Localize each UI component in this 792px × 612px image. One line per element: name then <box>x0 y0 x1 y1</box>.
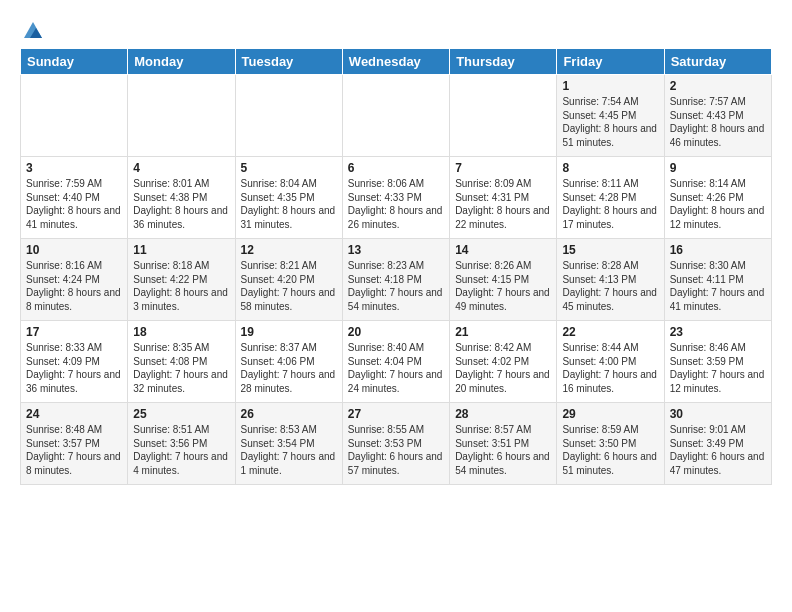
day-number: 27 <box>348 407 444 421</box>
day-info: Sunrise: 8:42 AM Sunset: 4:02 PM Dayligh… <box>455 341 551 395</box>
calendar-cell: 1Sunrise: 7:54 AM Sunset: 4:45 PM Daylig… <box>557 75 664 157</box>
calendar-cell <box>235 75 342 157</box>
day-number: 22 <box>562 325 658 339</box>
calendar-cell: 25Sunrise: 8:51 AM Sunset: 3:56 PM Dayli… <box>128 403 235 485</box>
day-info: Sunrise: 7:57 AM Sunset: 4:43 PM Dayligh… <box>670 95 766 149</box>
day-number: 20 <box>348 325 444 339</box>
day-number: 24 <box>26 407 122 421</box>
day-number: 13 <box>348 243 444 257</box>
day-number: 26 <box>241 407 337 421</box>
calendar-cell <box>450 75 557 157</box>
day-info: Sunrise: 8:21 AM Sunset: 4:20 PM Dayligh… <box>241 259 337 313</box>
day-number: 1 <box>562 79 658 93</box>
day-info: Sunrise: 8:55 AM Sunset: 3:53 PM Dayligh… <box>348 423 444 477</box>
calendar-cell: 21Sunrise: 8:42 AM Sunset: 4:02 PM Dayli… <box>450 321 557 403</box>
calendar-header-row: Sunday Monday Tuesday Wednesday Thursday… <box>21 49 772 75</box>
calendar-cell: 10Sunrise: 8:16 AM Sunset: 4:24 PM Dayli… <box>21 239 128 321</box>
calendar-cell: 14Sunrise: 8:26 AM Sunset: 4:15 PM Dayli… <box>450 239 557 321</box>
day-info: Sunrise: 8:51 AM Sunset: 3:56 PM Dayligh… <box>133 423 229 477</box>
calendar-cell: 8Sunrise: 8:11 AM Sunset: 4:28 PM Daylig… <box>557 157 664 239</box>
day-info: Sunrise: 7:59 AM Sunset: 4:40 PM Dayligh… <box>26 177 122 231</box>
page: Sunday Monday Tuesday Wednesday Thursday… <box>0 0 792 495</box>
logo <box>20 20 44 38</box>
calendar-cell: 9Sunrise: 8:14 AM Sunset: 4:26 PM Daylig… <box>664 157 771 239</box>
col-tuesday: Tuesday <box>235 49 342 75</box>
col-monday: Monday <box>128 49 235 75</box>
col-wednesday: Wednesday <box>342 49 449 75</box>
calendar-cell: 27Sunrise: 8:55 AM Sunset: 3:53 PM Dayli… <box>342 403 449 485</box>
calendar: Sunday Monday Tuesday Wednesday Thursday… <box>20 48 772 485</box>
day-info: Sunrise: 8:09 AM Sunset: 4:31 PM Dayligh… <box>455 177 551 231</box>
calendar-cell: 20Sunrise: 8:40 AM Sunset: 4:04 PM Dayli… <box>342 321 449 403</box>
day-number: 7 <box>455 161 551 175</box>
calendar-week-row: 10Sunrise: 8:16 AM Sunset: 4:24 PM Dayli… <box>21 239 772 321</box>
calendar-cell: 12Sunrise: 8:21 AM Sunset: 4:20 PM Dayli… <box>235 239 342 321</box>
day-number: 10 <box>26 243 122 257</box>
day-info: Sunrise: 8:16 AM Sunset: 4:24 PM Dayligh… <box>26 259 122 313</box>
calendar-cell: 13Sunrise: 8:23 AM Sunset: 4:18 PM Dayli… <box>342 239 449 321</box>
day-info: Sunrise: 7:54 AM Sunset: 4:45 PM Dayligh… <box>562 95 658 149</box>
calendar-cell: 16Sunrise: 8:30 AM Sunset: 4:11 PM Dayli… <box>664 239 771 321</box>
day-number: 21 <box>455 325 551 339</box>
day-info: Sunrise: 8:33 AM Sunset: 4:09 PM Dayligh… <box>26 341 122 395</box>
day-number: 15 <box>562 243 658 257</box>
day-info: Sunrise: 8:48 AM Sunset: 3:57 PM Dayligh… <box>26 423 122 477</box>
day-number: 19 <box>241 325 337 339</box>
day-info: Sunrise: 8:59 AM Sunset: 3:50 PM Dayligh… <box>562 423 658 477</box>
calendar-cell: 18Sunrise: 8:35 AM Sunset: 4:08 PM Dayli… <box>128 321 235 403</box>
calendar-cell: 2Sunrise: 7:57 AM Sunset: 4:43 PM Daylig… <box>664 75 771 157</box>
col-friday: Friday <box>557 49 664 75</box>
calendar-cell: 15Sunrise: 8:28 AM Sunset: 4:13 PM Dayli… <box>557 239 664 321</box>
calendar-cell: 6Sunrise: 8:06 AM Sunset: 4:33 PM Daylig… <box>342 157 449 239</box>
calendar-cell: 7Sunrise: 8:09 AM Sunset: 4:31 PM Daylig… <box>450 157 557 239</box>
day-info: Sunrise: 8:53 AM Sunset: 3:54 PM Dayligh… <box>241 423 337 477</box>
calendar-cell: 30Sunrise: 9:01 AM Sunset: 3:49 PM Dayli… <box>664 403 771 485</box>
day-info: Sunrise: 8:06 AM Sunset: 4:33 PM Dayligh… <box>348 177 444 231</box>
calendar-week-row: 1Sunrise: 7:54 AM Sunset: 4:45 PM Daylig… <box>21 75 772 157</box>
calendar-cell: 19Sunrise: 8:37 AM Sunset: 4:06 PM Dayli… <box>235 321 342 403</box>
day-info: Sunrise: 8:30 AM Sunset: 4:11 PM Dayligh… <box>670 259 766 313</box>
col-thursday: Thursday <box>450 49 557 75</box>
day-number: 28 <box>455 407 551 421</box>
day-info: Sunrise: 8:26 AM Sunset: 4:15 PM Dayligh… <box>455 259 551 313</box>
day-info: Sunrise: 8:11 AM Sunset: 4:28 PM Dayligh… <box>562 177 658 231</box>
day-number: 11 <box>133 243 229 257</box>
day-info: Sunrise: 8:44 AM Sunset: 4:00 PM Dayligh… <box>562 341 658 395</box>
calendar-week-row: 24Sunrise: 8:48 AM Sunset: 3:57 PM Dayli… <box>21 403 772 485</box>
calendar-cell: 22Sunrise: 8:44 AM Sunset: 4:00 PM Dayli… <box>557 321 664 403</box>
calendar-cell: 26Sunrise: 8:53 AM Sunset: 3:54 PM Dayli… <box>235 403 342 485</box>
day-info: Sunrise: 8:14 AM Sunset: 4:26 PM Dayligh… <box>670 177 766 231</box>
calendar-cell: 24Sunrise: 8:48 AM Sunset: 3:57 PM Dayli… <box>21 403 128 485</box>
day-number: 14 <box>455 243 551 257</box>
calendar-cell: 23Sunrise: 8:46 AM Sunset: 3:59 PM Dayli… <box>664 321 771 403</box>
col-sunday: Sunday <box>21 49 128 75</box>
day-number: 9 <box>670 161 766 175</box>
calendar-cell <box>21 75 128 157</box>
day-number: 16 <box>670 243 766 257</box>
day-info: Sunrise: 8:23 AM Sunset: 4:18 PM Dayligh… <box>348 259 444 313</box>
day-number: 4 <box>133 161 229 175</box>
calendar-cell: 29Sunrise: 8:59 AM Sunset: 3:50 PM Dayli… <box>557 403 664 485</box>
day-number: 2 <box>670 79 766 93</box>
calendar-cell <box>342 75 449 157</box>
calendar-cell: 28Sunrise: 8:57 AM Sunset: 3:51 PM Dayli… <box>450 403 557 485</box>
header <box>20 16 772 38</box>
day-number: 23 <box>670 325 766 339</box>
day-number: 25 <box>133 407 229 421</box>
day-number: 6 <box>348 161 444 175</box>
day-number: 29 <box>562 407 658 421</box>
day-number: 3 <box>26 161 122 175</box>
day-info: Sunrise: 8:35 AM Sunset: 4:08 PM Dayligh… <box>133 341 229 395</box>
calendar-week-row: 17Sunrise: 8:33 AM Sunset: 4:09 PM Dayli… <box>21 321 772 403</box>
day-number: 30 <box>670 407 766 421</box>
calendar-cell: 3Sunrise: 7:59 AM Sunset: 4:40 PM Daylig… <box>21 157 128 239</box>
day-number: 18 <box>133 325 229 339</box>
day-info: Sunrise: 9:01 AM Sunset: 3:49 PM Dayligh… <box>670 423 766 477</box>
calendar-cell: 11Sunrise: 8:18 AM Sunset: 4:22 PM Dayli… <box>128 239 235 321</box>
calendar-week-row: 3Sunrise: 7:59 AM Sunset: 4:40 PM Daylig… <box>21 157 772 239</box>
calendar-cell: 17Sunrise: 8:33 AM Sunset: 4:09 PM Dayli… <box>21 321 128 403</box>
day-info: Sunrise: 8:18 AM Sunset: 4:22 PM Dayligh… <box>133 259 229 313</box>
day-number: 12 <box>241 243 337 257</box>
day-info: Sunrise: 8:01 AM Sunset: 4:38 PM Dayligh… <box>133 177 229 231</box>
day-info: Sunrise: 8:40 AM Sunset: 4:04 PM Dayligh… <box>348 341 444 395</box>
